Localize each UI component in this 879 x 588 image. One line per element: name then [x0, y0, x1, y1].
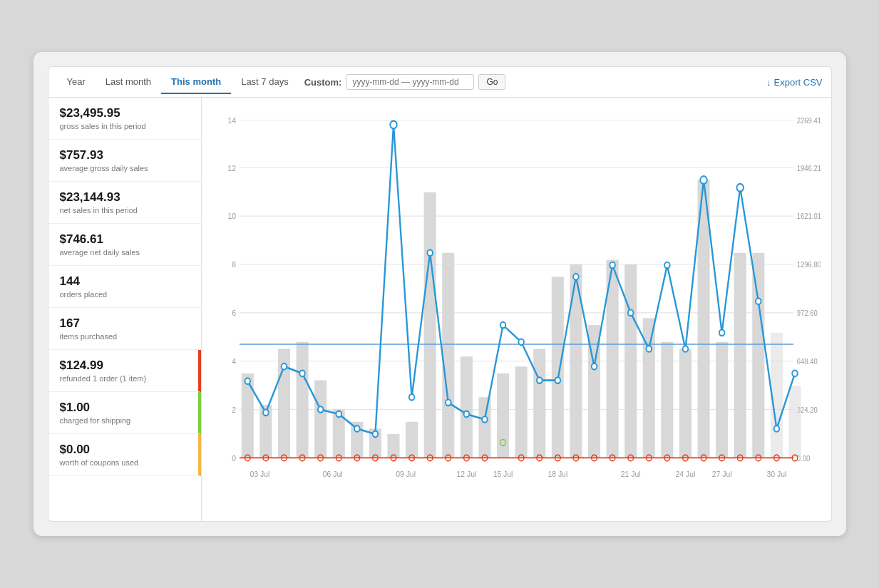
svg-point-91 [299, 371, 305, 377]
svg-text:24 Jul: 24 Jul [675, 470, 695, 479]
svg-rect-37 [478, 397, 490, 458]
svg-rect-45 [624, 264, 637, 458]
tab-year[interactable]: Year [57, 71, 96, 94]
svg-rect-50 [716, 342, 728, 458]
stat-coupons-label: worth of coupons used [60, 458, 187, 467]
tab-last-month[interactable]: Last month [96, 71, 161, 94]
svg-rect-54 [788, 386, 801, 458]
download-icon: ↓ [766, 77, 771, 88]
custom-range: Custom: Go [304, 74, 506, 90]
svg-point-109 [627, 310, 633, 316]
svg-rect-24 [241, 373, 253, 458]
svg-text:27 Jul: 27 Jul [711, 470, 731, 479]
svg-point-93 [336, 411, 341, 418]
main-content: $23,495.95 gross sales in this period $7… [48, 98, 832, 522]
stat-avg-gross-label: average gross daily sales [60, 164, 190, 172]
stat-orders-value: 144 [60, 274, 190, 289]
stat-gross-sales: $23,495.95 gross sales in this period [48, 98, 201, 140]
svg-rect-34 [423, 192, 436, 458]
stat-avg-net-label: average net daily sales [60, 248, 190, 257]
stat-avg-gross-value: $757.93 [60, 148, 190, 163]
svg-text:2: 2 [232, 405, 236, 414]
svg-point-118 [792, 371, 798, 377]
custom-date-input[interactable] [346, 74, 474, 90]
svg-point-92 [317, 406, 323, 413]
svg-text:06 Jul: 06 Jul [322, 470, 342, 479]
svg-text:10: 10 [227, 212, 236, 221]
stat-avg-net-value: $746.61 [60, 232, 190, 247]
svg-point-107 [591, 363, 597, 370]
svg-text:2269.41: 2269.41 [796, 116, 820, 125]
svg-point-95 [372, 431, 378, 438]
svg-text:1946.21: 1946.21 [796, 164, 820, 172]
stat-refunded: $124.99 refunded 1 order (1 item) [48, 350, 201, 392]
svg-point-88 [245, 378, 250, 384]
svg-point-96 [390, 121, 396, 129]
go-button[interactable]: Go [478, 74, 505, 90]
svg-rect-48 [679, 349, 691, 458]
tab-this-month[interactable]: This month [161, 71, 231, 94]
svg-text:15 Jul: 15 Jul [493, 470, 513, 479]
svg-text:14: 14 [227, 115, 236, 125]
svg-point-106 [573, 274, 579, 280]
svg-rect-27 [296, 342, 308, 458]
svg-rect-36 [460, 356, 472, 458]
custom-label: Custom: [304, 77, 342, 88]
svg-text:0: 0 [232, 453, 236, 463]
svg-text:18 Jul: 18 Jul [548, 470, 567, 479]
svg-point-115 [736, 184, 743, 192]
tab-last-7-days[interactable]: Last 7 days [231, 71, 299, 94]
svg-point-105 [555, 377, 560, 383]
svg-text:6: 6 [232, 309, 236, 318]
svg-point-100 [463, 411, 469, 418]
chart-area: 0 2 4 6 8 10 12 14 0.00 324.20 648.40 97… [202, 98, 831, 521]
stat-net-sales: $23,144.93 net sales in this period [48, 182, 201, 224]
stat-coupons-value: $0.00 [60, 443, 187, 457]
dashboard-container: Year Last month This month Last 7 days C… [34, 52, 846, 536]
svg-point-101 [482, 416, 488, 423]
svg-point-112 [682, 346, 688, 352]
svg-rect-41 [551, 277, 563, 458]
stat-net-sales-value: $23,144.93 [60, 190, 190, 205]
svg-point-117 [773, 425, 779, 432]
stat-coupons: $0.00 worth of coupons used [48, 434, 201, 476]
svg-text:09 Jul: 09 Jul [396, 470, 416, 479]
svg-point-113 [700, 176, 706, 184]
svg-text:648.40: 648.40 [796, 357, 817, 366]
svg-point-111 [664, 262, 670, 269]
stat-orders: 144 orders placed [48, 266, 201, 308]
svg-text:4: 4 [232, 356, 236, 366]
svg-text:12: 12 [227, 163, 236, 172]
svg-rect-28 [314, 381, 327, 458]
stat-shipping-value: $1.00 [60, 401, 187, 415]
svg-rect-35 [442, 253, 454, 458]
export-csv-button[interactable]: ↓ Export CSV [766, 77, 822, 88]
svg-point-108 [610, 262, 615, 269]
tab-bar: Year Last month This month Last 7 days C… [48, 66, 832, 98]
svg-point-89 [263, 410, 269, 416]
svg-rect-39 [515, 366, 527, 458]
svg-text:1296.80: 1296.80 [796, 261, 820, 269]
stat-refunded-label: refunded 1 order (1 item) [60, 374, 187, 383]
chart-svg: 0 2 4 6 8 10 12 14 0.00 324.20 648.40 97… [212, 105, 821, 504]
stat-items-label: items purchased [60, 332, 190, 341]
svg-point-99 [445, 400, 451, 406]
svg-rect-47 [661, 342, 673, 458]
svg-point-116 [756, 298, 761, 304]
stat-shipping: $1.00 charged for shipping [48, 392, 201, 434]
svg-rect-40 [533, 349, 545, 458]
stat-avg-net: $746.61 average net daily sales [48, 224, 201, 266]
svg-point-103 [518, 339, 524, 345]
stats-sidebar: $23,495.95 gross sales in this period $7… [48, 98, 202, 521]
stat-orders-label: orders placed [60, 290, 190, 299]
stat-avg-gross: $757.93 average gross daily sales [48, 140, 201, 182]
stat-shipping-label: charged for shipping [60, 416, 187, 425]
svg-rect-52 [752, 253, 764, 458]
svg-rect-33 [406, 422, 418, 458]
stat-gross-sales-value: $23,495.95 [60, 106, 190, 120]
stat-net-sales-label: net sales in this period [60, 206, 190, 215]
svg-text:1621.01: 1621.01 [796, 212, 820, 221]
stat-items-value: 167 [60, 316, 190, 331]
svg-text:21 Jul: 21 Jul [620, 470, 640, 479]
svg-point-94 [354, 425, 360, 432]
